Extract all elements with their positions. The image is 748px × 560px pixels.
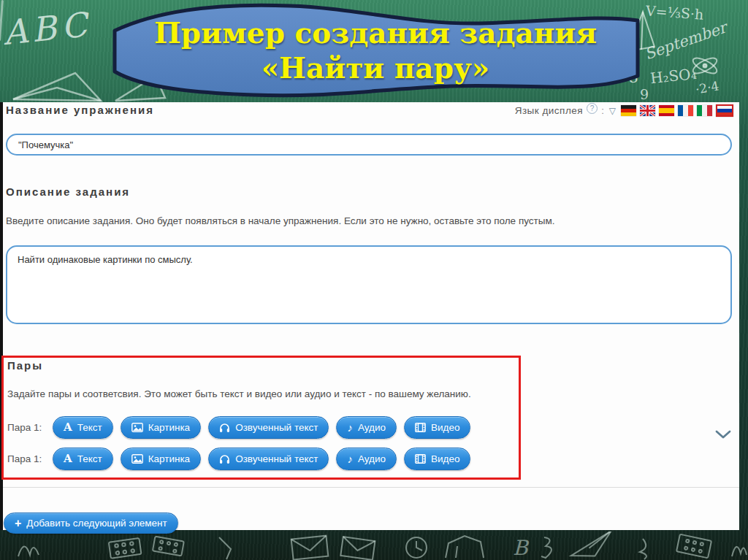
chalk-bottom-doodles: B xyxy=(0,532,748,560)
pairs-section-title: Пары xyxy=(7,359,43,372)
headphones-icon xyxy=(219,423,230,433)
chalk-letter-b: B xyxy=(513,536,530,560)
pair-button-label: Озвученный текст xyxy=(235,422,318,433)
pair-button-label: Картинка xyxy=(148,453,190,464)
pair-row-label: Пара 1: xyxy=(7,453,45,464)
headphones-icon xyxy=(219,454,230,464)
audio-note-icon: ♪ xyxy=(347,422,353,433)
pairs-hint: Задайте пары и соответсвия. Это может бы… xyxy=(7,388,471,399)
pair-row: Пара 1: A Текст Картинка Озвуче xyxy=(7,416,470,439)
flag-spain-icon[interactable] xyxy=(659,105,674,116)
chevron-down-icon xyxy=(714,429,732,440)
video-icon xyxy=(415,423,426,432)
banner-title-line2: «Найти пару» xyxy=(262,51,490,85)
audio-note-icon: ♪ xyxy=(347,453,353,464)
help-icon[interactable]: ? xyxy=(587,103,598,114)
pair-button-label: Видео xyxy=(431,453,459,464)
chalk-expression: ·2·4 xyxy=(695,78,720,96)
language-dropdown-icon[interactable]: ▽ xyxy=(609,106,616,116)
pair2-image-button[interactable]: Картинка xyxy=(121,448,201,470)
pair1-audio-button[interactable]: ♪ Аудио xyxy=(336,416,397,439)
flag-uk-icon[interactable] xyxy=(640,105,655,116)
section-divider xyxy=(3,487,739,488)
banner-title-line1: Пример создания задания xyxy=(154,16,597,50)
text-icon: A xyxy=(64,453,72,464)
pair-button-label: Аудио xyxy=(358,453,386,464)
add-button-label: Добавить следующий элемент xyxy=(26,518,167,529)
description-textarea[interactable]: Найти одинаковые картинки по смыслу. xyxy=(6,245,732,324)
language-colon: : xyxy=(601,105,604,116)
flag-russia-icon[interactable] xyxy=(716,104,733,117)
language-selector: Язык дисплея ? : ▽ xyxy=(515,104,733,117)
pair1-video-button[interactable]: Видео xyxy=(404,416,470,439)
pair-button-label: Текст xyxy=(77,422,102,433)
title-banner: Пример создания задания «Найти пару» xyxy=(107,0,644,99)
pair-button-label: Аудио xyxy=(358,422,386,433)
panel-left-edge xyxy=(0,102,3,530)
pair-button-label: Видео xyxy=(431,422,459,433)
video-icon xyxy=(415,454,426,464)
slide: ABC V=⅓S·h September 8 H₂SO₄ 9 ·2·4 xyxy=(0,0,748,560)
name-section-title: Название упражнения xyxy=(6,104,154,116)
pair2-video-button[interactable]: Видео xyxy=(404,448,470,470)
collapse-chevron-button[interactable] xyxy=(714,429,732,441)
plus-icon: + xyxy=(15,518,21,529)
description-section-title: Описание задания xyxy=(6,185,130,198)
pair-button-label: Озвученный текст xyxy=(235,453,318,464)
chalk-abc-text: ABC xyxy=(1,4,94,53)
exercise-form-panel: Название упражнения Язык дисплея ? : ▽ О… xyxy=(3,102,739,530)
pair2-text-button[interactable]: A Текст xyxy=(53,448,113,470)
flag-italy-icon[interactable] xyxy=(697,105,712,116)
pair1-spoken-text-button[interactable]: Озвученный текст xyxy=(208,416,329,439)
pair2-spoken-text-button[interactable]: Озвученный текст xyxy=(208,448,329,470)
text-icon: A xyxy=(64,422,72,433)
chalk-formula-acid: H₂SO₄ xyxy=(649,65,698,88)
language-label: Язык дисплея xyxy=(515,105,583,116)
flag-germany-icon[interactable] xyxy=(621,105,636,116)
pair2-audio-button[interactable]: ♪ Аудио xyxy=(336,448,397,470)
image-icon xyxy=(131,423,143,432)
pair-row: Пара 1: A Текст Картинка Озвуче xyxy=(7,448,470,470)
exercise-name-input[interactable] xyxy=(6,134,732,156)
image-icon xyxy=(131,454,143,464)
pair-button-label: Картинка xyxy=(148,422,190,433)
description-hint: Введите описание задания. Оно будет появ… xyxy=(6,215,554,226)
pair1-image-button[interactable]: Картинка xyxy=(121,416,201,439)
flag-france-icon[interactable] xyxy=(678,105,693,116)
pair-row-label: Пара 1: xyxy=(7,422,45,433)
pair-button-label: Текст xyxy=(77,453,102,464)
pair1-text-button[interactable]: A Текст xyxy=(53,416,113,439)
add-next-element-button[interactable]: + Добавить следующий элемент xyxy=(4,513,178,534)
